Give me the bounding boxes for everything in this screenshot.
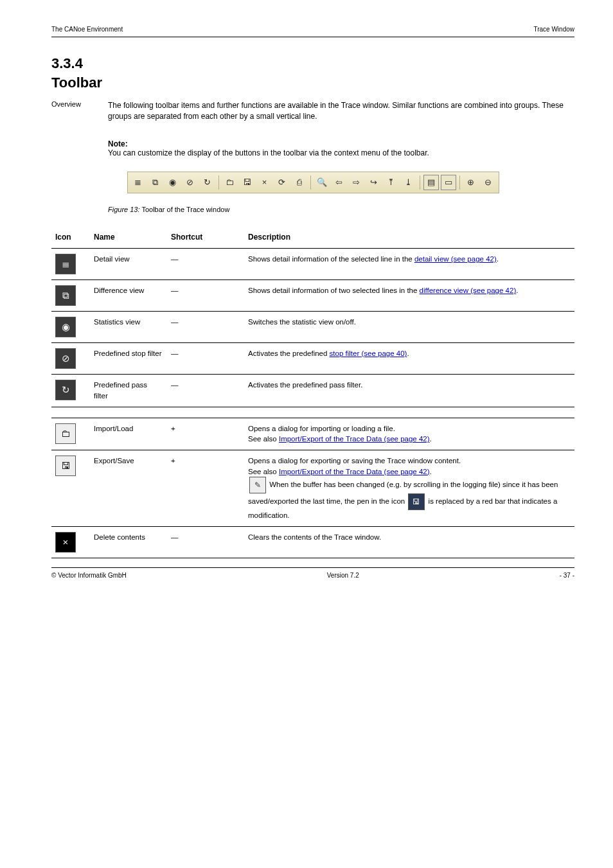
search-icon[interactable]: 🔍 (314, 175, 330, 190)
stop-filter-icon: ⊘ (55, 348, 76, 369)
section-title: Toolbar (51, 75, 574, 91)
pass-filter-icon: ↻ (55, 380, 76, 400)
nav-top-icon[interactable]: ⤒ (384, 175, 399, 190)
diff-view-icon: ⧉ (55, 285, 76, 306)
save-modified-icon: 🖫 (408, 493, 425, 510)
figure-caption: Toolbar of the Trace window (141, 206, 229, 213)
footer-copyright: © Vector Informatik GmbH (51, 572, 127, 579)
pass-filter-icon[interactable]: ↻ (200, 175, 215, 190)
table-row: ↻Predefined pass filter—Activates the pr… (51, 375, 574, 407)
open-folder-icon: 🗀 (55, 423, 76, 444)
th-desc: Description (244, 226, 574, 249)
zoom-out-icon[interactable]: ⊖ (481, 175, 496, 190)
th-name: Name (90, 226, 167, 249)
nav-back-icon[interactable]: ⇦ (332, 175, 347, 190)
detail-view-icon: ≣ (55, 254, 76, 274)
table-row: ×Delete contents—Clears the contents of … (51, 526, 574, 558)
nav-redo-icon[interactable]: ↪ (366, 175, 382, 190)
save-export-icon[interactable]: 🖫 (240, 175, 255, 190)
zoom-in-icon[interactable]: ⊕ (463, 175, 479, 190)
stop-filter-link[interactable]: stop filter (see page 40) (330, 350, 407, 357)
table-row: ⧉Difference view—Shows detail informatio… (51, 280, 574, 312)
edit-dirty-icon: ✎ (249, 477, 266, 493)
nav-forward-icon[interactable]: ⇨ (349, 175, 364, 190)
table-row: ≣Detail view—Shows detail information of… (51, 249, 574, 280)
stat-view-icon[interactable]: ◉ (165, 175, 181, 190)
th-icon: Icon (51, 226, 90, 249)
difference-view-link[interactable]: difference view (see page 42) (420, 287, 517, 294)
th-shortcut: Shortcut (167, 226, 244, 249)
detail-view-link[interactable]: detail view (see page 42) (414, 255, 497, 263)
figure-label: Figure 13: (108, 206, 140, 213)
save-export-icon: 🖫 (55, 456, 76, 476)
import-export-link[interactable]: Import/Export of the Trace Data (see pag… (279, 435, 430, 443)
overview-label: Overview (51, 100, 96, 130)
table-row: 🗀Import/Load+Opens a dialog for importin… (51, 418, 574, 450)
header-left: The CANoe Environment (51, 26, 123, 33)
trace-toolbar: ≣⧉◉⊘↻🗀🖫×⟳⎙🔍⇦⇨↪⤒⤓▤▭⊕⊖ (127, 172, 499, 193)
delete-contents-icon: × (55, 532, 76, 553)
header-right: Trace Window (533, 26, 574, 33)
footer-version: Version 7.2 (327, 572, 359, 579)
table-row: ⊘Predefined stop filter—Activates the pr… (51, 343, 574, 375)
table-row: ◉Statistics view—Switches the statistic … (51, 312, 574, 343)
footer-page: - 37 - (560, 572, 574, 579)
section-number: 3.3.4 (51, 55, 574, 72)
table-row: 🖫Export/Save+Opens a dialog for exportin… (51, 450, 574, 526)
refresh-icon[interactable]: ⟳ (274, 175, 290, 190)
functions-table: Icon Name Shortcut Description ≣Detail v… (51, 226, 574, 558)
diff-view-icon[interactable]: ⧉ (148, 175, 163, 190)
nav-bottom-icon[interactable]: ⤓ (401, 175, 416, 190)
import-export-link-2[interactable]: Import/Export of the Trace Data (see pag… (279, 468, 430, 475)
note-label: Note: (108, 139, 128, 148)
intro-paragraph: The following toolbar items and further … (108, 100, 574, 123)
delete-icon[interactable]: × (257, 175, 272, 190)
stop-filter-icon[interactable]: ⊘ (182, 175, 198, 190)
open-icon[interactable]: 🗀 (222, 175, 238, 190)
note-body: You can customize the display of the but… (108, 148, 545, 157)
view-page-icon[interactable]: ▭ (441, 175, 456, 190)
stat-view-icon: ◉ (55, 317, 76, 337)
detail-view-icon[interactable]: ≣ (130, 175, 146, 190)
print-icon[interactable]: ⎙ (292, 175, 307, 190)
view-list-icon[interactable]: ▤ (423, 175, 439, 190)
